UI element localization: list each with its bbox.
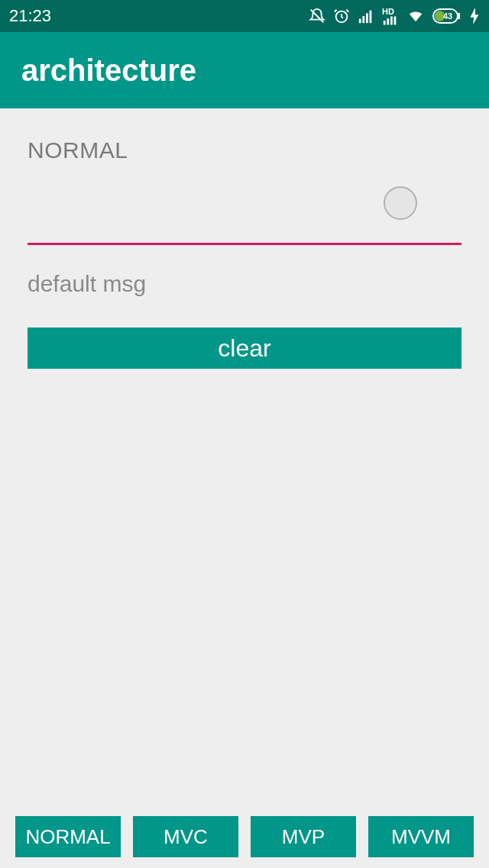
tab-mvc[interactable]: MVC [133,816,238,857]
app-bar: architecture [0,32,489,108]
svg-rect-3 [362,16,364,23]
status-bar: 21:23 HD [0,0,489,32]
message-label: default msg [28,271,461,297]
status-icons: HD 43 [309,8,480,25]
svg-rect-9 [394,16,397,24]
bottom-tabs: NORMAL MVC MVP MVVM [0,816,489,857]
svg-rect-4 [366,13,368,23]
svg-text:43: 43 [443,11,452,21]
input-row [28,206,461,245]
content-area: NORMAL default msg clear [0,108,489,369]
svg-rect-2 [359,19,361,23]
clear-button[interactable]: clear [28,328,461,369]
svg-rect-7 [387,18,389,24]
tab-mvp[interactable]: MVP [251,816,356,857]
charging-icon [469,8,480,24]
hd-signal-icon: HD [382,8,399,25]
tab-normal[interactable]: NORMAL [15,816,121,857]
svg-rect-8 [390,16,393,24]
no-disturb-icon [309,8,325,24]
mode-label: NORMAL [28,137,461,163]
tab-mvvm[interactable]: MVVM [368,816,474,857]
svg-rect-5 [370,11,372,24]
app-title: architecture [21,53,196,88]
svg-rect-11 [458,13,460,19]
wifi-icon [406,8,425,24]
svg-rect-6 [384,21,386,25]
text-input[interactable] [28,206,461,245]
alarm-icon [333,8,350,24]
battery-icon: 43 [432,8,461,24]
status-time: 21:23 [9,6,51,26]
signal-icon [358,8,374,24]
